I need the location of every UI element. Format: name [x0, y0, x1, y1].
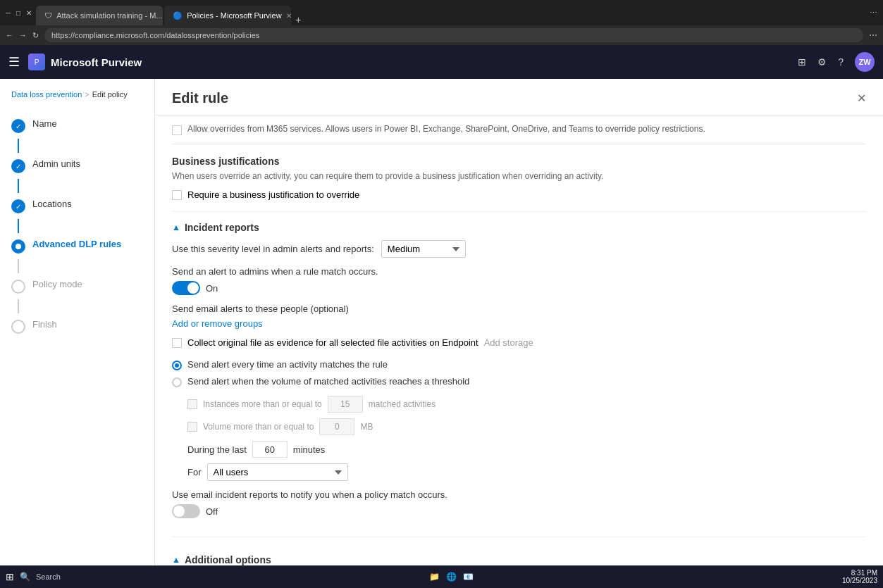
sidebar: Data loss prevention > Edit policy ✓ Nam…: [0, 79, 155, 565]
collapse-icon[interactable]: ▲: [172, 223, 180, 232]
extensions-icon[interactable]: ⋯: [869, 30, 877, 40]
radio-every-time-row: Send alert every time an activity matche…: [172, 359, 866, 370]
breadcrumb: Data loss prevention > Edit policy: [0, 90, 154, 107]
step-circle-name: ✓: [11, 119, 25, 133]
step-finish[interactable]: Finish: [0, 313, 154, 339]
collect-row: Collect original file as evidence for al…: [172, 337, 866, 348]
email-incident-label: Use email incident reports to notify you…: [172, 489, 866, 500]
breadcrumb-parent[interactable]: Data loss prevention: [11, 90, 82, 99]
additional-collapse-icon[interactable]: ▲: [172, 555, 180, 565]
back-button[interactable]: ←: [6, 31, 13, 39]
volume-checkbox[interactable]: [187, 422, 197, 432]
browser-action-icons: ⋯: [870, 8, 877, 18]
incident-reports-header: ▲ Incident reports: [172, 212, 866, 240]
bj-title: Business justifications: [172, 156, 866, 167]
duration-label: During the last: [187, 444, 247, 455]
volume-input[interactable]: [319, 418, 354, 435]
browser-toolbar-icons: ⋯: [869, 30, 877, 40]
step-policy-mode[interactable]: Policy mode: [0, 273, 154, 299]
step-name[interactable]: ✓ Name: [0, 113, 154, 139]
radio-threshold-label: Send alert when the volume of matched ac…: [187, 376, 469, 387]
incident-reports-title: Incident reports: [185, 222, 259, 233]
add-storage-link[interactable]: Add storage: [484, 337, 533, 348]
tab-policies[interactable]: 🔵 Policies - Microsoft Purview ✕: [164, 6, 291, 25]
tab-favicon: 🛡: [44, 11, 52, 20]
email-alerts-section: Send email alerts to these people (optio…: [172, 304, 866, 329]
instances-input[interactable]: [328, 396, 363, 413]
step-circle-locations: ✓: [11, 199, 25, 213]
email-incident-toggle-label: Off: [206, 506, 218, 517]
for-dropdown[interactable]: All users Specific users: [207, 463, 348, 481]
address-bar[interactable]: https://compliance.microsoft.com/datalos…: [44, 28, 863, 42]
send-alert-toggle[interactable]: [172, 281, 200, 295]
threshold-options: Instances more than or equal to matched …: [172, 396, 866, 435]
connector-5: [18, 299, 19, 313]
step-locations[interactable]: ✓ Locations: [0, 193, 154, 219]
content-area: Edit rule ✕ Allow overrides from M365 se…: [155, 79, 883, 565]
settings-icon[interactable]: ⚙: [817, 56, 827, 68]
panel-title: Edit rule: [172, 90, 228, 106]
new-tab-button[interactable]: +: [295, 14, 301, 25]
radio-every-time-label: Send alert every time an activity matche…: [187, 359, 388, 370]
tab-bar: 🛡 Attack simulation training - M... ✕ 🔵 …: [36, 0, 860, 25]
for-label: For: [187, 467, 202, 477]
panel-header: Edit rule ✕: [155, 79, 883, 115]
tab-attack-simulation[interactable]: 🛡 Attack simulation training - M... ✕: [36, 6, 163, 25]
send-alert-toggle-row: On: [172, 281, 866, 295]
bj-checkbox[interactable]: [172, 190, 182, 200]
send-alert-label: Send an alert to admins when a rule matc…: [172, 266, 866, 277]
forward-button[interactable]: →: [19, 31, 27, 39]
connector-3: [18, 219, 19, 233]
connector-4: [18, 259, 19, 273]
volume-label: Volume more than or equal to: [203, 422, 314, 432]
instances-checkbox[interactable]: [187, 399, 197, 409]
user-avatar[interactable]: ZW: [855, 52, 875, 72]
step-label-advanced: Advanced DLP rules: [32, 239, 121, 251]
browser-window-controls[interactable]: ─ □ ✕: [6, 9, 32, 17]
step-circle-policy: [11, 280, 25, 294]
breadcrumb-separator: >: [85, 90, 89, 99]
app-brand: P Microsoft Purview: [28, 54, 142, 70]
override-text: Allow overrides from M365 services. Allo…: [187, 124, 705, 134]
email-alerts-label: Send email alerts to these people (optio…: [172, 304, 866, 314]
refresh-button[interactable]: ↻: [32, 31, 39, 40]
collect-checkbox[interactable]: [172, 338, 182, 348]
radio-every-time[interactable]: [172, 361, 182, 370]
for-row: For All users Specific users: [172, 463, 866, 481]
additional-options-title: Additional options: [185, 554, 271, 565]
step-circle-admin: ✓: [11, 159, 25, 173]
duration-input[interactable]: [252, 441, 288, 458]
duration-unit: minutes: [293, 444, 326, 455]
add-remove-groups-link[interactable]: Add or remove groups: [172, 318, 263, 329]
hamburger-menu-icon[interactable]: ☰: [8, 54, 20, 70]
incident-reports-section: ▲ Incident reports Use this severity lev…: [172, 212, 866, 537]
help-icon[interactable]: ?: [838, 56, 844, 68]
business-justifications-section: Business justifications When users overr…: [172, 144, 866, 212]
severity-dropdown[interactable]: Low Medium High: [381, 240, 466, 258]
app-header: ☰ P Microsoft Purview ⊞ ⚙ ? ZW: [0, 45, 883, 79]
radio-threshold[interactable]: [172, 377, 182, 387]
duration-row: During the last minutes: [172, 441, 866, 458]
send-alert-toggle-label: On: [206, 283, 218, 294]
step-advanced-dlp[interactable]: Advanced DLP rules: [0, 233, 154, 259]
browser-chrome: ─ □ ✕ 🛡 Attack simulation training - M..…: [0, 0, 883, 25]
radio-threshold-row: Send alert when the volume of matched ac…: [172, 376, 866, 387]
override-checkbox[interactable]: [172, 125, 182, 135]
severity-label: Use this severity level in admin alerts …: [172, 244, 374, 254]
panel-close-button[interactable]: ✕: [857, 92, 866, 105]
email-incident-toggle[interactable]: [172, 504, 200, 518]
step-list: ✓ Name ✓ Admin units ✓ Locations: [0, 107, 154, 345]
tab-close-button[interactable]: ✕: [286, 12, 292, 20]
step-admin-units[interactable]: ✓ Admin units: [0, 153, 154, 179]
step-circle-finish: [11, 320, 25, 334]
email-incident-container: Use email incident reports to notify you…: [172, 489, 866, 537]
step-label-policy: Policy mode: [32, 279, 82, 291]
apps-icon[interactable]: ⊞: [798, 56, 806, 68]
panel-body: Allow overrides from M365 services. Allo…: [155, 115, 883, 565]
connector-2: [18, 179, 19, 193]
alert-frequency-group: Send alert every time an activity matche…: [172, 359, 866, 387]
bj-checkbox-label: Require a business justification to over…: [187, 189, 359, 200]
step-circle-advanced: [11, 239, 25, 254]
header-icons: ⊞ ⚙ ? ZW: [798, 52, 875, 72]
main-layout: Data loss prevention > Edit policy ✓ Nam…: [0, 79, 883, 565]
